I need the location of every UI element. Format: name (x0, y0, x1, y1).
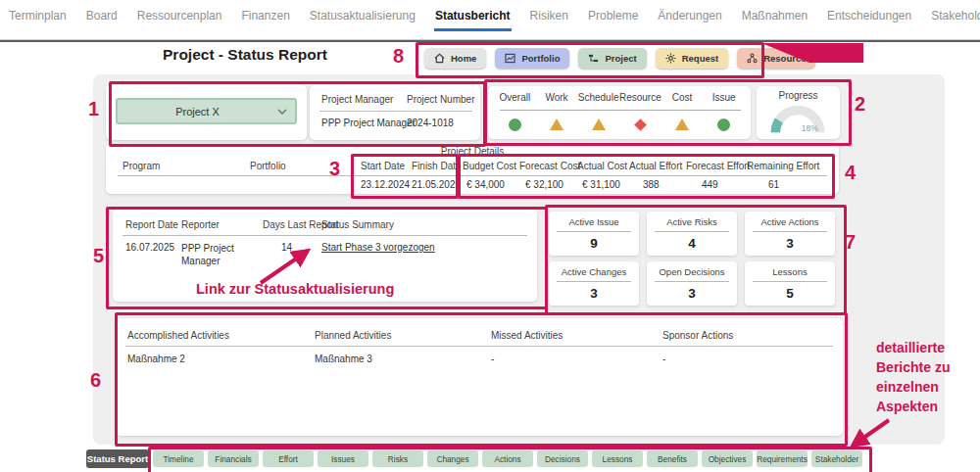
progress-card: Progress 18% (757, 86, 840, 139)
work-amber-triangle-icon (550, 118, 564, 130)
home-icon (434, 53, 445, 64)
tab-status-report[interactable]: Status Report (86, 449, 149, 468)
annotation-number-5: 5 (93, 245, 104, 267)
nav-terminplan[interactable]: Terminplan (8, 1, 68, 31)
nav-ressourcenplan[interactable]: Ressourcenplan (136, 1, 223, 31)
kpi-active-risks-label: Active Risks (647, 216, 737, 227)
sponsor-actions-value: - (662, 354, 665, 364)
status-summary-link[interactable]: Start Phase 3 vorgezogen (321, 242, 435, 253)
chevron-down-icon (277, 109, 287, 115)
table-divider (122, 235, 527, 236)
indicator-cost-label: Cost (662, 92, 704, 103)
tab-timeline[interactable]: Timeline (153, 450, 204, 467)
annotation-number-2: 2 (855, 93, 865, 116)
nav-aenderungen[interactable]: Änderungen (657, 1, 722, 31)
annotation-link-note: Link zur Statusaktualisierung (196, 281, 394, 297)
nav-finanzen[interactable]: Finanzen (240, 1, 290, 31)
annotation-number-6: 6 (90, 369, 101, 392)
nav-board[interactable]: Board (85, 1, 119, 31)
issue-green-circle-icon (717, 118, 730, 131)
cost-amber-triangle-icon (675, 118, 689, 130)
actual-effort-value: 388 (643, 179, 660, 190)
annotation-number-1: 1 (88, 98, 99, 120)
nav-button-row: Home Portfolio Project Request Resource (424, 48, 815, 69)
col-program: Program (122, 161, 160, 171)
request-button[interactable]: Request (656, 48, 728, 69)
col-planned-activities: Planned Activities (315, 330, 391, 341)
annotation-number-4: 4 (845, 162, 856, 184)
col-actual-cost: Actual Cost (577, 161, 627, 171)
kpi-active-actions: Active Actions 3 (745, 212, 835, 256)
forecast-effort-value: 449 (702, 179, 718, 190)
col-sponsor-actions: Sponsor Actions (662, 330, 733, 341)
nav-risiken[interactable]: Risiken (529, 1, 569, 31)
col-start-date: Start Date (361, 161, 405, 171)
col-forecast-effort: Forecast Effort (686, 161, 750, 171)
table-divider (125, 346, 833, 347)
tab-benefits[interactable]: Benefits (647, 450, 698, 467)
tab-stakeholder[interactable]: Stakeholder (811, 450, 862, 467)
indicator-work-label: Work (536, 92, 578, 103)
nav-massnahmen[interactable]: Maßnahmen (741, 1, 808, 31)
reporter-value: PPP Project Manager (181, 242, 252, 267)
indicator-issue-label: Issue (703, 92, 745, 103)
col-report-date: Report Date (125, 219, 178, 230)
home-button[interactable]: Home (424, 48, 486, 69)
kpi-active-changes: Active Changes 3 (549, 261, 639, 306)
tab-requirements[interactable]: Requirements (757, 450, 808, 467)
project-details-title: Project Details (106, 146, 839, 157)
col-budget-cost: Budget Cost (463, 161, 516, 171)
col-missed-activities: Missed Activities (491, 330, 563, 341)
project-details-card: Project Details Program Portfolio Start … (106, 144, 839, 194)
resource-icon (747, 53, 758, 64)
tab-risks[interactable]: Risks (372, 450, 423, 467)
tab-objectives[interactable]: Objectives (702, 450, 753, 467)
kpi-open-decisions-label: Open Decisions (647, 266, 737, 277)
tab-changes[interactable]: Changes (427, 450, 478, 467)
indicator-labels: Overall Work Schedule Resource Cost Issu… (494, 92, 745, 103)
col-project-manager: Project Manager (321, 94, 393, 105)
progress-value: 18% (802, 123, 818, 133)
planned-activities-value: Maßnahme 3 (315, 354, 372, 364)
tab-lessons[interactable]: Lessons (592, 450, 643, 467)
report-date-value: 16.07.2025 (125, 242, 174, 253)
tab-actions[interactable]: Actions (482, 450, 533, 467)
kpi-active-issue-value: 9 (549, 236, 639, 251)
col-project-number: Project Number (407, 94, 474, 105)
nav-statusaktualisierung[interactable]: Statusaktualisierung (309, 1, 416, 31)
report-tabs: Timeline Financials Effort Issues Risks … (153, 450, 862, 467)
portfolio-button[interactable]: Portfolio (495, 48, 569, 69)
nav-probleme[interactable]: Probleme (587, 1, 639, 31)
nav-stakeholder[interactable]: Stakeholder (930, 1, 980, 31)
tab-issues[interactable]: Issues (318, 450, 368, 467)
portfolio-icon (505, 53, 515, 64)
activities-card: Accomplished Activities Planned Activiti… (116, 318, 843, 436)
project-icon (588, 53, 599, 64)
nav-entscheidungen[interactable]: Entscheidungen (826, 1, 912, 31)
overall-green-circle-icon (509, 118, 521, 131)
forecast-cost-value: € 32,100 (525, 179, 564, 190)
tab-decisions[interactable]: Decisions (537, 450, 588, 467)
actual-cost-value: € 31,100 (582, 179, 620, 190)
kpi-active-risks: Active Risks 4 (647, 212, 737, 256)
col-remaining-effort: Remaining Effort (747, 161, 819, 171)
project-number-value: 2024-1018 (407, 118, 454, 128)
col-accomplished-activities: Accomplished Activities (127, 330, 229, 341)
tab-financials[interactable]: Financials (208, 450, 259, 467)
kpi-active-issue-label: Active Issue (549, 216, 639, 227)
accomplished-activities-value: Maßnahme 2 (127, 354, 185, 364)
kpi-open-decisions: Open Decisions 3 (647, 261, 737, 306)
request-button-label: Request (682, 53, 718, 64)
project-button[interactable]: Project (578, 48, 646, 69)
header-divider-dark (0, 40, 980, 42)
kpi-active-issue: Active Issue 9 (549, 212, 639, 256)
indicator-shapes (494, 118, 745, 131)
nav-statusbericht[interactable]: Statusbericht (434, 1, 512, 31)
kpi-active-actions-value: 3 (745, 236, 835, 251)
kpi-lessons-label: Lessons (745, 266, 835, 277)
request-icon (665, 53, 676, 64)
table-divider (319, 111, 472, 112)
tab-effort[interactable]: Effort (263, 450, 314, 467)
project-dropdown[interactable]: Project X (116, 98, 297, 124)
col-portfolio: Portfolio (250, 161, 286, 171)
